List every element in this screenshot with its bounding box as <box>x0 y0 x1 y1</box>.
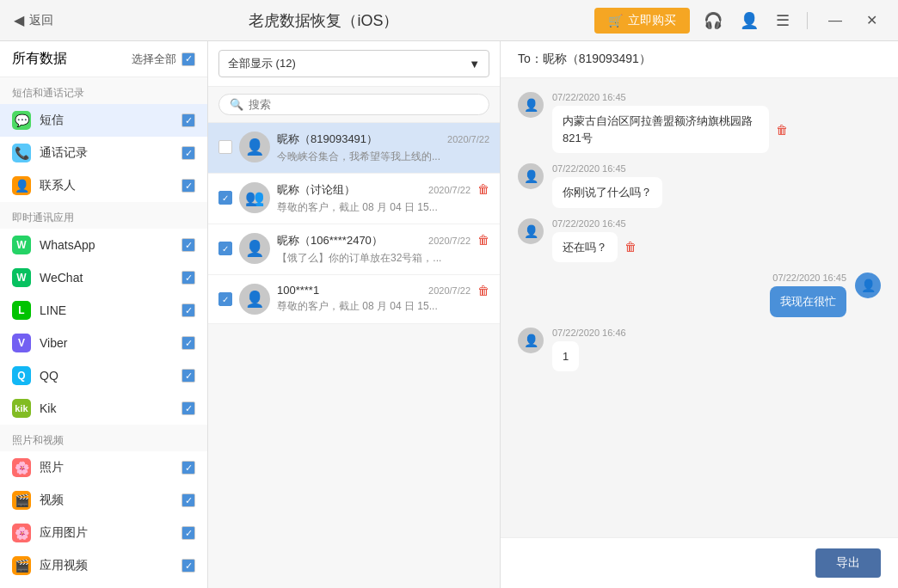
sidebar-item-call[interactable]: 📞 通话记录 <box>0 137 207 169</box>
sidebar-item-wechat[interactable]: W WeChat <box>0 261 207 294</box>
list-item-checkbox[interactable] <box>218 140 232 154</box>
msg-time: 07/22/2020 16:45 <box>552 92 788 102</box>
qq-checkbox[interactable] <box>181 369 195 383</box>
export-label: 导出 <box>836 555 860 569</box>
msg-time: 07/22/2020 16:46 <box>552 328 626 338</box>
select-all-label: 选择全部 <box>132 52 176 67</box>
message-content: 07/22/2020 16:45 你刚说了什么吗？ <box>552 163 662 208</box>
chat-panel: To：昵称（819093491） 👤 07/22/2020 16:45 内蒙古自… <box>501 41 898 588</box>
sidebar-header: 所有数据 选择全部 <box>0 41 207 77</box>
select-all-control[interactable]: 选择全部 <box>132 52 195 67</box>
sms-checkbox[interactable] <box>181 113 195 127</box>
msg-bubble: 还在吗？ <box>552 232 618 263</box>
list-item-name: 100****1 <box>277 284 319 297</box>
list-item[interactable]: 👥 昵称（讨论组） 2020/7/22 尊敬的客户，截止 08 月 04 日 1… <box>208 174 500 224</box>
message-content: 07/22/2020 16:45 还在吗？ 🗑 <box>552 218 637 263</box>
main-layout: 所有数据 选择全部 短信和通话记录 💬 短信 📞 通话记录 👤 联系人 即时通讯… <box>0 41 898 588</box>
sidebar-item-appimg[interactable]: 🌸 应用图片 <box>0 517 207 549</box>
msg-delete-icon[interactable]: 🗑 <box>776 123 788 137</box>
menu-icon-button[interactable]: ☰ <box>772 8 793 34</box>
search-input[interactable] <box>249 98 478 111</box>
call-checkbox[interactable] <box>181 146 195 160</box>
appvid-icon: 🎬 <box>12 556 31 575</box>
list-item-date: 2020/7/22 <box>428 236 471 246</box>
video-checkbox[interactable] <box>181 493 195 507</box>
whatsapp-icon: W <box>12 236 31 254</box>
photo-checkbox[interactable] <box>181 461 195 475</box>
list-item-preview: 今晚峡谷集合，我希望等我上线的... <box>277 150 489 164</box>
sidebar-item-whatsapp[interactable]: W WhatsApp <box>0 229 207 261</box>
sidebar-item-appvid[interactable]: 🎬 应用视频 <box>0 549 207 582</box>
msg-avatar: 👤 <box>518 328 544 353</box>
back-label: 返回 <box>29 13 53 28</box>
sidebar-item-line[interactable]: L LINE <box>0 294 207 327</box>
sidebar-item-contact[interactable]: 👤 联系人 <box>0 169 207 202</box>
appimg-label: 应用图片 <box>40 525 173 541</box>
sidebar-item-viber[interactable]: V Viber <box>0 327 207 359</box>
list-panel: 全部显示 (12) ▼ 🔍 👤 昵称（819093491） 2020/7/22 <box>208 41 501 588</box>
select-all-checkbox[interactable] <box>181 52 195 66</box>
list-item-content: 昵称（讨论组） 2020/7/22 尊敬的客户，截止 08 月 04 日 15.… <box>277 182 471 215</box>
list-item-avatar: 👤 <box>239 132 270 162</box>
list-item-preview: 尊敬的客户，截止 08 月 04 日 15... <box>277 200 471 215</box>
line-checkbox[interactable] <box>181 303 195 317</box>
user-icon-button[interactable]: 👤 <box>736 8 762 34</box>
list-item[interactable]: 👤 昵称（819093491） 2020/7/22 今晚峡谷集合，我希望等我上线… <box>208 123 500 174</box>
section-title-im: 即时通讯应用 <box>0 202 207 229</box>
divider <box>807 12 808 29</box>
msg-avatar: 👤 <box>518 163 544 189</box>
buy-button[interactable]: 🛒 立即购买 <box>594 8 690 34</box>
minimize-button[interactable]: — <box>821 9 849 32</box>
appvid-checkbox[interactable] <box>181 559 195 573</box>
viber-checkbox[interactable] <box>181 336 195 350</box>
sidebar-item-sms[interactable]: 💬 短信 <box>0 104 207 137</box>
msg-avatar-self: 👤 <box>855 273 881 298</box>
contact-checkbox[interactable] <box>181 179 195 193</box>
msg-bubble: 我现在很忙 <box>770 286 846 317</box>
wechat-icon: W <box>12 268 31 287</box>
viber-label: Viber <box>40 336 173 350</box>
sidebar-item-kik[interactable]: kik Kik <box>0 392 207 425</box>
list-item-preview: 【饿了么】你的订单放在32号箱，... <box>277 251 471 266</box>
whatsapp-checkbox[interactable] <box>181 238 195 252</box>
delete-icon[interactable]: 🗑 <box>477 284 489 297</box>
msg-time: 07/22/2020 16:45 <box>770 273 846 283</box>
list-item[interactable]: 👤 昵称（106****2470） 2020/7/22 【饿了么】你的订单放在3… <box>208 224 500 275</box>
call-label: 通话记录 <box>40 145 173 161</box>
appimg-checkbox[interactable] <box>181 526 195 540</box>
headset-icon-button[interactable]: 🎧 <box>700 8 726 34</box>
sidebar-item-photo[interactable]: 🌸 照片 <box>0 451 207 484</box>
list-item-checkbox[interactable] <box>218 191 232 205</box>
msg-bubble: 1 <box>552 341 579 372</box>
delete-icon[interactable]: 🗑 <box>477 233 489 247</box>
delete-icon[interactable]: 🗑 <box>477 182 489 196</box>
wechat-checkbox[interactable] <box>181 271 195 285</box>
title-bar-actions: 🛒 立即购买 🎧 👤 ☰ — ✕ <box>594 8 884 34</box>
list-item-actions: 🗑 <box>477 182 489 196</box>
msg-time: 07/22/2020 16:45 <box>552 163 662 174</box>
filter-dropdown[interactable]: 全部显示 (12) ▼ <box>218 50 489 77</box>
list-item-avatar: 👤 <box>239 233 270 264</box>
kik-checkbox[interactable] <box>181 401 195 415</box>
chat-messages: 👤 07/22/2020 16:45 内蒙古自治区阿拉善盟额济纳旗桃园路821号… <box>501 78 898 537</box>
message-row: 👤 07/22/2020 16:45 内蒙古自治区阿拉善盟额济纳旗桃园路821号… <box>518 92 881 153</box>
list-item-checkbox[interactable] <box>218 242 232 255</box>
msg-avatar: 👤 <box>518 218 544 244</box>
close-button[interactable]: ✕ <box>859 9 884 32</box>
sidebar-item-video[interactable]: 🎬 视频 <box>0 484 207 517</box>
list-item-preview: 尊敬的客户，截止 08 月 04 日 15... <box>277 299 471 314</box>
msg-bubble: 内蒙古自治区阿拉善盟额济纳旗桃园路821号 <box>552 106 769 153</box>
message-row: 👤 07/22/2020 16:45 你刚说了什么吗？ <box>518 163 881 208</box>
sidebar-item-qq[interactable]: Q QQ <box>0 359 207 392</box>
dropdown-label: 全部显示 (12) <box>228 56 296 71</box>
video-label: 视频 <box>40 493 173 508</box>
section-title-sms: 短信和通话记录 <box>0 77 207 104</box>
msg-delete-icon[interactable]: 🗑 <box>624 240 637 254</box>
back-button[interactable]: ◀ 返回 <box>14 12 53 28</box>
list-item-checkbox[interactable] <box>218 292 232 306</box>
export-button[interactable]: 导出 <box>815 548 881 578</box>
msg-bubble: 你刚说了什么吗？ <box>552 177 662 208</box>
message-content: 07/22/2020 16:45 内蒙古自治区阿拉善盟额济纳旗桃园路821号 🗑 <box>552 92 788 153</box>
photo-icon: 🌸 <box>12 458 31 477</box>
list-item[interactable]: 👤 100****1 2020/7/22 尊敬的客户，截止 08 月 04 日 … <box>208 275 500 324</box>
